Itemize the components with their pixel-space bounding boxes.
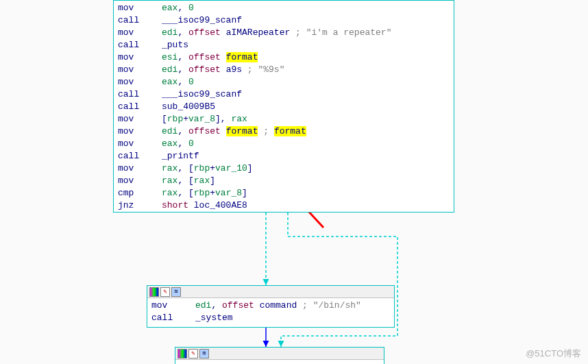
disasm-block-main: moveax, 0call___isoc99_scanfmovedi, offs… (113, 0, 454, 213)
mnemonic: call (118, 39, 162, 51)
mnemonic: mov (118, 162, 162, 175)
mnemonic: mov (118, 51, 162, 64)
asm-line: moveax, 0 (118, 2, 450, 14)
disasm-block-system: ✎ ≋ movedi, offset command ; "/bin/sh"ca… (147, 285, 395, 328)
asm-line: movedi, offset aIMARepeater ; "i'm a rep… (118, 27, 450, 39)
mnemonic: mov (118, 125, 162, 138)
view-icon[interactable]: ≋ (171, 287, 181, 297)
mnemonic: mov (118, 113, 162, 125)
asm-line: movedi, offset a9s ; "%9s" (118, 64, 450, 76)
mnemonic: mov (151, 300, 195, 312)
asm-line: moveax, 0 (118, 76, 450, 88)
asm-line: movrax, [rax] (118, 175, 450, 187)
asm-line: movedi, offset command ; "/bin/sh" (151, 300, 390, 312)
asm-line: movrax, [rbp+var_10] (118, 162, 450, 175)
asm-line: jnzshort loc_400AE8 (118, 199, 450, 212)
block-toolbar: ✎ ≋ (147, 286, 394, 298)
asm-line: cmprax, [rbp+var_8] (118, 187, 450, 199)
asm-line: call_puts (118, 39, 450, 51)
mnemonic: call (118, 88, 162, 101)
asm-line: movesi, offset format (118, 51, 450, 64)
mnemonic: call (118, 14, 162, 27)
color-icon[interactable] (149, 287, 159, 297)
asm-line: call___isoc99_scanf (118, 88, 450, 101)
mnemonic: cmp (118, 187, 162, 199)
mnemonic: mov (118, 76, 162, 88)
edit-icon[interactable]: ✎ (188, 349, 198, 359)
asm-line: movedi, offset format ; format (118, 125, 450, 138)
mnemonic: mov (118, 175, 162, 187)
mnemonic: call (118, 150, 162, 162)
disasm-code-main: moveax, 0call___isoc99_scanfmovedi, offs… (114, 1, 454, 215)
mnemonic: mov (118, 2, 162, 14)
asm-line: call_system (151, 312, 390, 324)
asm-line: callsub_4009B5 (118, 101, 450, 113)
mnemonic: mov (118, 138, 162, 150)
color-icon[interactable] (177, 349, 187, 359)
mnemonic: mov (118, 27, 162, 39)
mnemonic: jnz (118, 199, 162, 212)
edit-icon[interactable]: ✎ (160, 287, 170, 297)
disasm-code-mid: movedi, offset command ; "/bin/sh"call_s… (147, 298, 394, 327)
block-toolbar: ✎ ≋ (175, 348, 384, 360)
watermark-text: @51CTO博客 (526, 348, 581, 360)
asm-line: mov[rbp+var_8], rax (118, 113, 450, 125)
view-icon[interactable]: ≋ (199, 349, 209, 359)
mnemonic: call (151, 312, 195, 324)
asm-line: call_printf (118, 150, 450, 162)
disasm-block-loc: ✎ ≋ loc_400AE8: ; status (175, 347, 384, 364)
mnemonic: mov (118, 64, 162, 76)
asm-line: call___isoc99_scanf (118, 14, 450, 27)
disasm-code-loc: loc_400AE8: ; status (175, 360, 384, 364)
asm-line: moveax, 0 (118, 138, 450, 150)
mnemonic: call (118, 101, 162, 113)
